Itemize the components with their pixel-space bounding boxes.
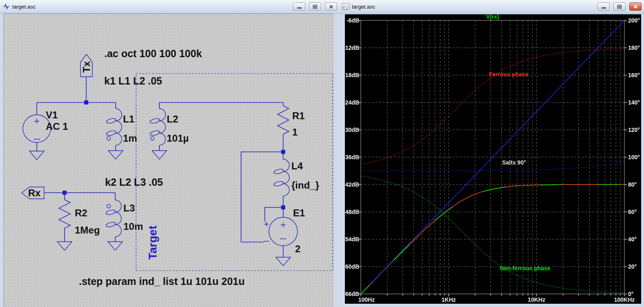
restore-button[interactable] xyxy=(309,2,321,11)
y-left-tick-label: -18dB xyxy=(345,72,359,78)
axis-labels[interactable]: -6dB-12dB-18dB-24dB-30dB-36dB-42dB-48dB-… xyxy=(345,17,640,303)
minimize-icon xyxy=(297,7,302,9)
schematic-titlebar[interactable]: target.asc xyxy=(0,0,340,13)
close-icon xyxy=(633,4,638,9)
x-tick-label: 100KHz xyxy=(614,296,635,303)
y-right-tick-label: 40° xyxy=(628,236,637,242)
minimize-button[interactable] xyxy=(293,2,305,11)
plot-window: target.asc -6dB-12dB-18dB-24dB-30dB-36dB… xyxy=(340,0,644,307)
trace-phase-nonferrous xyxy=(361,176,624,293)
annotation-ferrous-phase: Ferrous phase xyxy=(489,71,528,78)
y-left-tick-label: -54dB xyxy=(345,236,359,242)
minimize-button[interactable] xyxy=(597,2,610,11)
y-left-tick-label: -42dB xyxy=(345,181,359,188)
x-tick-label: 100Hz xyxy=(358,296,375,303)
x-tick-label: 10KHz xyxy=(528,296,546,303)
trace-magnitude-salts xyxy=(361,20,624,294)
restore-icon xyxy=(313,4,318,9)
close-icon xyxy=(329,4,333,9)
waveform-pane[interactable]: -6dB-12dB-18dB-24dB-30dB-36dB-42dB-48dB-… xyxy=(345,14,641,304)
schematic-canvas[interactable] xyxy=(3,13,334,307)
y-right-tick-label: 100° xyxy=(628,154,640,160)
schematic-window: target.asc xyxy=(0,0,340,307)
restore-button[interactable] xyxy=(613,2,626,11)
y-left-tick-label: -6dB xyxy=(347,17,359,24)
y-right-tick-label: 200° xyxy=(628,17,640,24)
close-button[interactable] xyxy=(629,2,642,11)
schematic-app-icon xyxy=(2,3,10,10)
bode-plot-svg: -6dB-12dB-18dB-24dB-30dB-36dB-42dB-48dB-… xyxy=(345,14,641,304)
trace-phase-salts xyxy=(361,161,624,171)
close-button[interactable] xyxy=(325,2,337,11)
annotation-salts-90-: Salts 90° xyxy=(502,159,526,166)
y-right-tick-label: 180° xyxy=(628,44,640,51)
window-title: target.asc xyxy=(352,4,375,10)
x-tick-label: 1KHz xyxy=(441,296,456,303)
annotation-non-ferrous-phase: Non-ferrous phase xyxy=(500,265,551,271)
trace-magnitude-ferrous xyxy=(361,185,624,294)
y-right-tick-label: 140° xyxy=(628,99,640,106)
waveform-app-icon xyxy=(342,3,349,10)
trace-magnitude-nonferrous xyxy=(361,185,624,294)
y-left-tick-label: -66dB xyxy=(345,291,359,297)
desktop: target.asc xyxy=(0,0,644,307)
y-left-tick-label: -36dB xyxy=(345,154,359,160)
y-right-tick-label: 80° xyxy=(628,181,637,188)
y-left-tick-label: -60dB xyxy=(345,263,359,270)
y-right-tick-label: 20° xyxy=(628,263,637,270)
y-left-tick-label: -24dB xyxy=(345,99,359,106)
window-title: target.asc xyxy=(12,4,36,10)
y-left-tick-label: -12dB xyxy=(345,44,359,51)
plot-titlebar[interactable]: target.asc xyxy=(340,0,644,13)
y-left-tick-label: -30dB xyxy=(345,127,359,133)
y-left-tick-label: -48dB xyxy=(345,209,359,215)
y-right-tick-label: 120° xyxy=(628,127,640,133)
plot-title[interactable]: V(rx) xyxy=(486,14,499,20)
y-right-tick-label: 60° xyxy=(628,209,637,215)
y-right-tick-label: 160° xyxy=(628,72,640,78)
trace-phase-ferrous xyxy=(361,49,624,164)
trace-magnitude-nonferrous-overlay xyxy=(361,185,624,294)
restore-icon xyxy=(617,4,622,9)
minimize-icon xyxy=(602,7,606,9)
